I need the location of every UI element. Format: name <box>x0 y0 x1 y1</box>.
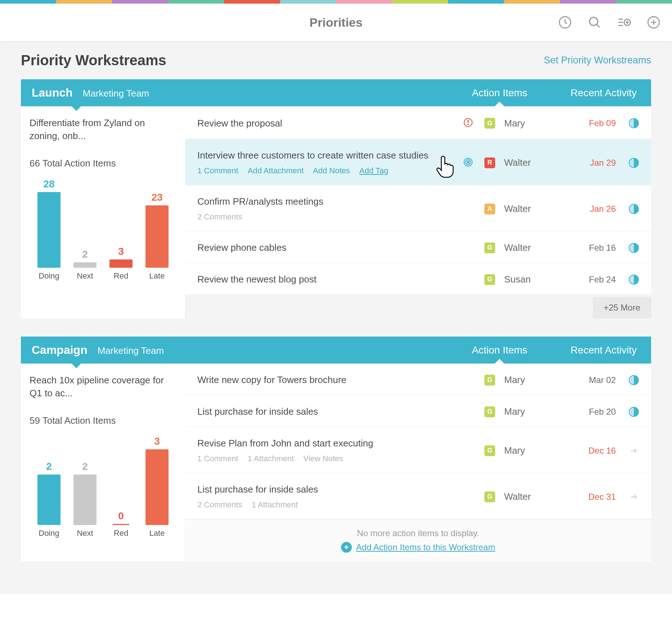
action-item-row[interactable]: List purchase for inside sales G Mary Fe… <box>185 395 651 427</box>
chart-bar-red <box>113 524 129 525</box>
assignee: Walter <box>504 203 565 214</box>
action-item-list: Write new copy for Towers brochure G Mar… <box>185 364 651 561</box>
status-half-icon[interactable] <box>629 118 639 128</box>
chart-label-doing: Doing <box>39 271 59 281</box>
priority-icon <box>463 117 474 129</box>
chart-label-late: Late <box>149 271 165 281</box>
rag-red-badge: R <box>484 157 495 168</box>
item-meta-link[interactable]: 1 Comment <box>197 166 238 175</box>
item-meta-link[interactable]: Add Attachment <box>248 166 304 175</box>
add-list-icon[interactable] <box>617 15 632 30</box>
add-action-link[interactable]: + Add Action Items to this Workstream <box>194 542 642 553</box>
section-heading: Priority Workstreams <box>21 52 166 68</box>
action-item-title: List purchase for inside sales <box>197 484 454 495</box>
action-item-row[interactable]: Review phone cables G Walter Feb 16 <box>185 231 651 263</box>
action-item-title: Interview three customers to create writ… <box>197 150 454 161</box>
action-item-row[interactable]: Review the proposal G Mary Feb 09 <box>185 106 651 139</box>
action-item-row[interactable]: Interview three customers to create writ… <box>185 139 651 185</box>
page-title: Priorities <box>309 15 362 30</box>
chart-value-red: 3 <box>118 246 124 257</box>
workstream-card: Launch Marketing Team Action Items Recen… <box>21 79 651 319</box>
chart-bar-red <box>109 259 133 268</box>
chart-value-doing: 2 <box>46 461 52 472</box>
rag-green-badge: G <box>484 406 495 417</box>
rag-green-badge: G <box>484 491 495 502</box>
action-item-title: Review phone cables <box>197 242 454 253</box>
more-button[interactable]: +25 More <box>593 297 651 319</box>
action-item-row[interactable]: Revise Plan from John and start executin… <box>185 427 651 473</box>
set-priority-link[interactable]: Set Priority Workstreams <box>544 55 651 66</box>
workstream-description: Differentiate from Zyland on zoning, onb… <box>30 116 176 143</box>
item-meta-link: 1 Comment <box>197 454 238 463</box>
item-meta-link: 2 Comments <box>197 212 242 222</box>
status-half-icon[interactable] <box>629 158 639 168</box>
status-forward-icon[interactable] <box>629 446 639 456</box>
assignee: Walter <box>504 242 565 253</box>
chart-label-late: Late <box>149 529 165 538</box>
tab-action-items[interactable]: Action Items <box>472 87 527 99</box>
chart-label-next: Next <box>77 271 93 281</box>
chart-value-doing: 28 <box>43 178 54 190</box>
target-icon <box>463 157 474 169</box>
tab-recent-activity[interactable]: Recent Activity <box>570 87 637 99</box>
no-more-message: No more action items to display. + Add A… <box>185 519 651 561</box>
workstream-title[interactable]: Launch <box>32 86 73 99</box>
due-date: Feb 16 <box>573 243 616 253</box>
workstream-total: 66 Total Action Items <box>30 158 176 169</box>
status-half-icon[interactable] <box>629 243 639 253</box>
action-item-row[interactable]: List purchase for inside sales 2 Comment… <box>185 473 651 519</box>
item-meta-link[interactable]: Add Tag <box>359 166 388 175</box>
search-icon[interactable] <box>587 15 602 30</box>
action-item-row[interactable]: Write new copy for Towers brochure G Mar… <box>185 364 651 395</box>
rag-green-badge: G <box>484 118 495 129</box>
rag-green-badge: G <box>484 274 495 285</box>
status-half-icon[interactable] <box>629 407 639 417</box>
assignee: Mary <box>504 374 565 386</box>
item-meta-link: 1 Attachment <box>248 454 294 463</box>
top-nav: Priorities <box>0 4 672 41</box>
action-item-row[interactable]: Review the newest blog post G Susan Feb … <box>185 263 651 295</box>
rag-green-badge: G <box>484 445 495 456</box>
chart-bar-doing <box>37 192 61 268</box>
item-meta-link: 2 Comments <box>197 500 242 509</box>
item-meta-link[interactable]: Add Notes <box>313 166 350 175</box>
action-item-title: List purchase for inside sales <box>197 406 454 417</box>
svg-line-2 <box>597 25 600 27</box>
assignee: Walter <box>504 157 565 168</box>
status-forward-icon[interactable] <box>629 492 639 502</box>
chart-label-doing: Doing <box>39 529 59 538</box>
due-date: Mar 02 <box>573 375 616 385</box>
workstream-card: Campaign Marketing Team Action Items Rec… <box>21 337 651 561</box>
plus-circle-icon: + <box>341 542 352 553</box>
action-item-title: Confirm PR/analysts meetings <box>197 196 454 207</box>
workstream-header: Campaign Marketing Team Action Items Rec… <box>21 337 651 364</box>
chart-value-late: 3 <box>154 436 160 447</box>
status-half-icon[interactable] <box>629 375 639 385</box>
chart-bar-doing <box>37 475 61 525</box>
chart-bar-next <box>73 475 97 525</box>
item-meta-link: 1 Attachment <box>252 500 298 509</box>
assignee: Susan <box>504 274 565 285</box>
assignee: Mary <box>504 445 565 456</box>
status-half-icon[interactable] <box>629 204 639 214</box>
chart-bar-late <box>145 205 169 268</box>
action-item-row[interactable]: Confirm PR/analysts meetings 2 Comments … <box>185 185 651 231</box>
add-icon[interactable] <box>646 15 661 30</box>
chart-bar-next <box>73 262 97 268</box>
workstream-team[interactable]: Marketing Team <box>83 88 149 99</box>
recent-icon[interactable] <box>557 15 573 30</box>
workstream-title[interactable]: Campaign <box>32 343 88 357</box>
workstream-team[interactable]: Marketing Team <box>98 345 164 356</box>
brand-stripe <box>0 0 672 4</box>
tab-action-items[interactable]: Action Items <box>472 344 527 356</box>
due-date: Feb 24 <box>573 275 616 285</box>
rag-green-badge: G <box>484 375 495 386</box>
action-item-title: Revise Plan from John and start executin… <box>197 438 454 449</box>
chart-value-next: 2 <box>82 461 88 472</box>
chart-label-red: Red <box>114 271 128 281</box>
status-half-icon[interactable] <box>629 275 639 285</box>
assignee: Walter <box>504 491 565 502</box>
due-date: Feb 20 <box>573 407 616 417</box>
action-item-title: Review the proposal <box>197 118 454 129</box>
tab-recent-activity[interactable]: Recent Activity <box>570 344 637 356</box>
